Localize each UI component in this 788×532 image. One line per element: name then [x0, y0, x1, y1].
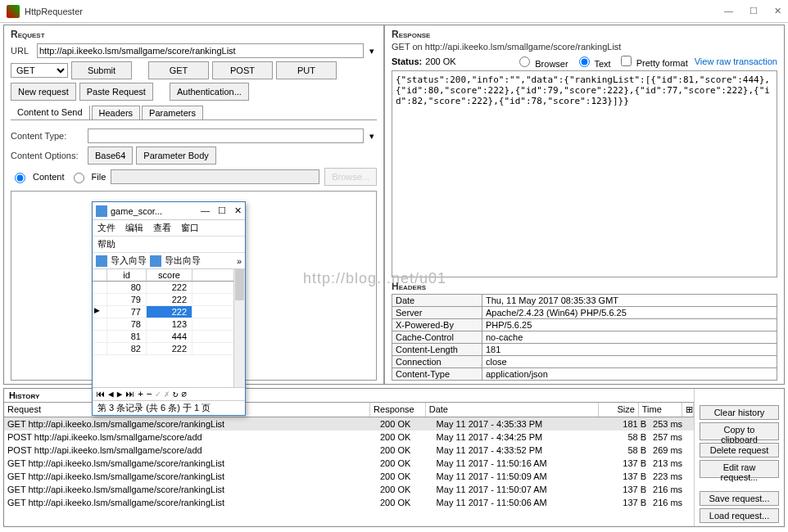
- view-browser-radio[interactable]: [519, 56, 530, 67]
- header-key: Server: [392, 307, 482, 318]
- nav-prev-button[interactable]: ◀: [108, 389, 114, 399]
- history-col-size[interactable]: Size: [599, 403, 638, 417]
- browse-button: Browse...: [324, 168, 377, 186]
- header-key: X-Powered-By: [392, 319, 482, 331]
- popup-app-icon: [96, 205, 107, 217]
- popup-toolbar-chevron[interactable]: »: [237, 256, 242, 266]
- import-icon: [96, 255, 107, 267]
- history-row[interactable]: GET http://api.ikeeko.lsm/smallgame/scor…: [4, 483, 694, 496]
- popup-export-button[interactable]: 导出向导: [165, 255, 201, 267]
- tab-parameters[interactable]: Parameters: [142, 106, 203, 119]
- delete-request-button[interactable]: Delete request: [700, 443, 779, 458]
- header-key: Date: [392, 295, 482, 306]
- header-key: Content-Type: [392, 368, 482, 380]
- popup-table-row[interactable]: 80222: [93, 282, 245, 294]
- window-maximize-button[interactable]: ☐: [750, 6, 758, 16]
- view-raw-link[interactable]: View raw transaction: [695, 56, 777, 66]
- popup-menu-edit[interactable]: 编辑: [125, 222, 143, 234]
- url-input[interactable]: [37, 43, 364, 58]
- popup-scrollbar[interactable]: [233, 269, 245, 387]
- save-request-button[interactable]: Save request...: [700, 491, 779, 506]
- header-value: 181: [482, 344, 777, 355]
- response-body[interactable]: {"status":200,"info":"","data":{"ranking…: [392, 70, 777, 277]
- response-title: Response: [392, 29, 777, 40]
- popup-menu-file[interactable]: 文件: [97, 222, 115, 234]
- header-value: Thu, 11 May 2017 08:35:33 GMT: [482, 295, 777, 306]
- history-row[interactable]: GET http://api.ikeeko.lsm/smallgame/scor…: [4, 496, 694, 509]
- popup-close-button[interactable]: ✕: [234, 205, 242, 216]
- request-title: Request: [11, 29, 377, 40]
- nav-refresh-button[interactable]: ↻: [173, 389, 179, 399]
- nav-first-button[interactable]: ⏮: [96, 389, 105, 399]
- content-type-dropdown-icon[interactable]: ▾: [367, 131, 377, 142]
- header-row: ServerApache/2.4.23 (Win64) PHP/5.6.25: [392, 307, 777, 319]
- popup-menu-help[interactable]: 帮助: [97, 239, 115, 249]
- header-value: application/json: [482, 368, 777, 380]
- history-col-time[interactable]: Time: [639, 403, 682, 417]
- nav-cross-button[interactable]: ⌀: [181, 389, 187, 399]
- popup-window[interactable]: game_scor... — ☐ ✕ 文件 编辑 查看 窗口 帮助 导入向导 导…: [92, 201, 246, 416]
- header-row: DateThu, 11 May 2017 08:35:33 GMT: [392, 294, 777, 307]
- window-minimize-button[interactable]: —: [724, 6, 733, 16]
- nav-next-button[interactable]: ▶: [117, 389, 123, 399]
- content-type-input[interactable]: [88, 128, 364, 143]
- content-radio-label: Content: [33, 172, 65, 182]
- status-label: Status:: [392, 56, 422, 66]
- popup-menu-view[interactable]: 查看: [153, 222, 171, 234]
- popup-table-row[interactable]: 77222: [93, 306, 245, 318]
- response-panel: Response GET on http://api.ikeeko.lsm/sm…: [385, 25, 784, 384]
- parameter-body-button[interactable]: Parameter Body: [136, 147, 215, 165]
- nav-last-button[interactable]: ⏭: [125, 389, 134, 399]
- header-row: Connectionclose: [392, 356, 777, 368]
- file-radio[interactable]: [74, 173, 84, 183]
- history-col-response[interactable]: Response: [370, 403, 426, 417]
- copy-clipboard-button[interactable]: Copy to clipboard: [700, 422, 779, 440]
- history-row[interactable]: POST http://api.ikeeko.lsm/smallgame/sco…: [4, 444, 694, 457]
- history-row[interactable]: GET http://api.ikeeko.lsm/smallgame/scor…: [4, 470, 694, 483]
- load-request-button[interactable]: Load request...: [700, 508, 779, 523]
- submit-button[interactable]: Submit: [71, 61, 132, 79]
- popup-table-row[interactable]: 82222: [93, 343, 245, 355]
- view-text-radio[interactable]: [579, 56, 590, 67]
- clear-history-button[interactable]: Clear history: [700, 405, 779, 420]
- tab-headers[interactable]: Headers: [92, 106, 141, 119]
- base64-button[interactable]: Base64: [88, 147, 133, 165]
- popup-maximize-button[interactable]: ☐: [218, 205, 226, 216]
- file-path-input: [111, 169, 319, 184]
- popup-import-button[interactable]: 导入向导: [111, 255, 147, 267]
- edit-raw-button[interactable]: Edit raw request...: [700, 460, 779, 478]
- content-options-label: Content Options:: [11, 151, 84, 160]
- history-row[interactable]: POST http://api.ikeeko.lsm/smallgame/sco…: [4, 431, 694, 444]
- history-cols-menu-icon[interactable]: ⊞: [682, 403, 694, 417]
- history-col-date[interactable]: Date: [426, 403, 600, 417]
- content-radio[interactable]: [15, 173, 25, 183]
- header-row: Content-Length181: [392, 344, 777, 356]
- pretty-format-checkbox[interactable]: [621, 56, 632, 66]
- nav-del-button[interactable]: −: [147, 389, 152, 399]
- popup-table-row[interactable]: 79222: [93, 294, 245, 306]
- put-button[interactable]: PUT: [276, 61, 337, 79]
- nav-add-button[interactable]: +: [138, 389, 143, 399]
- authentication-button[interactable]: Authentication...: [170, 83, 249, 101]
- window-close-button[interactable]: ✕: [774, 6, 781, 16]
- history-row[interactable]: GET http://api.ikeeko.lsm/smallgame/scor…: [4, 457, 694, 470]
- popup-menu-window[interactable]: 窗口: [181, 222, 199, 234]
- nav-cancel-button[interactable]: ✗: [164, 389, 170, 399]
- history-row[interactable]: GET http://api.ikeeko.lsm/smallgame/scor…: [4, 417, 694, 431]
- post-button[interactable]: POST: [212, 61, 273, 79]
- popup-table-row[interactable]: 81444: [93, 331, 245, 343]
- header-value: Apache/2.4.23 (Win64) PHP/5.6.25: [482, 307, 777, 318]
- tab-content-to-send[interactable]: Content to Send: [11, 106, 90, 119]
- popup-col-id[interactable]: id: [107, 269, 147, 281]
- nav-ok-button[interactable]: ✓: [156, 389, 161, 399]
- new-request-button[interactable]: New request: [11, 83, 76, 101]
- popup-minimize-button[interactable]: —: [201, 205, 210, 216]
- popup-table-row[interactable]: 78123: [93, 318, 245, 331]
- popup-col-score[interactable]: score: [147, 269, 192, 281]
- get-button[interactable]: GET: [148, 61, 209, 79]
- popup-status-text: 第 3 条记录 (共 6 条) 于 1 页: [93, 400, 245, 415]
- method-select[interactable]: GET: [11, 63, 68, 78]
- paste-request-button[interactable]: Paste Request: [79, 83, 153, 101]
- header-value: close: [482, 356, 777, 367]
- url-dropdown-icon[interactable]: ▾: [367, 46, 377, 56]
